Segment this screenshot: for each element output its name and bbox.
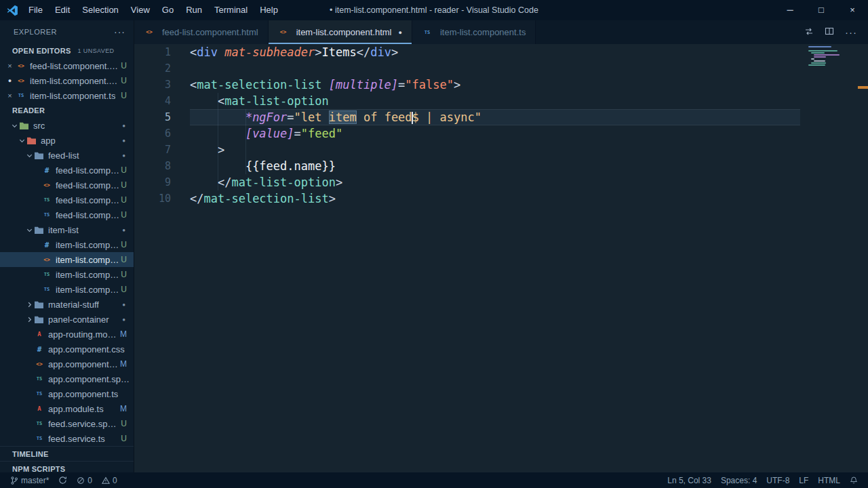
code-line-7[interactable]: 7 >: [134, 142, 868, 158]
code-token: >: [315, 45, 321, 59]
code-line-5[interactable]: 5 *ngFor="let item of feed$ | async": [134, 109, 868, 125]
encoding[interactable]: UTF-8: [762, 476, 794, 485]
git-status-badge: U: [121, 76, 134, 85]
git-status-badge: U: [121, 255, 134, 264]
code-token: </: [218, 176, 231, 189]
status-bar: master*00 Ln 5, Col 33Spaces: 4UTF-8LFHT…: [0, 472, 868, 488]
spec-file-icon: TS: [41, 195, 52, 205]
code-line-9[interactable]: 9 </mat-list-option>: [134, 174, 868, 190]
sync-button[interactable]: [54, 476, 72, 485]
explorer-more-actions-icon[interactable]: ···: [114, 26, 125, 37]
minimize-button[interactable]: ─: [774, 0, 806, 20]
indentation[interactable]: Spaces: 4: [716, 476, 762, 485]
dirty-indicator-icon[interactable]: ●: [0, 77, 16, 84]
code-token: </: [357, 45, 370, 59]
file-feed-list.component.html[interactable]: <>feed-list.component.htmlU: [0, 178, 134, 192]
tab-item-list.component.html[interactable]: <>item-list.component.html●: [269, 20, 412, 44]
maximize-button[interactable]: □: [806, 0, 837, 20]
npm-scripts-header[interactable]: NPM SCRIPTS: [0, 461, 134, 472]
git-status-badge: U: [121, 91, 134, 100]
file-app.module.ts[interactable]: Aapp.module.tsM: [0, 401, 134, 416]
git-branch[interactable]: master*: [5, 476, 54, 485]
folder-item-list[interactable]: item-list●: [0, 222, 134, 237]
file-feed.service.ts[interactable]: TSfeed.service.tsU: [0, 431, 134, 446]
menu-terminal[interactable]: Terminal: [208, 0, 254, 20]
code-line-6[interactable]: 6 [value]="feed": [134, 125, 868, 142]
code-token: >: [336, 176, 342, 189]
code-token: [218, 45, 224, 59]
folder-material-stuff[interactable]: material-stuff●: [0, 297, 134, 312]
file-feed-list.component.css[interactable]: #feed-list.component.cssU: [0, 163, 134, 178]
code-token: mat-list-option: [224, 94, 329, 108]
code-line-2[interactable]: 2: [134, 60, 868, 77]
language-mode[interactable]: HTML: [813, 476, 845, 485]
folder-panel-container[interactable]: panel-container●: [0, 312, 134, 327]
folder-feed-list[interactable]: feed-list●: [0, 148, 134, 163]
editor-more-actions-icon[interactable]: ···: [845, 26, 857, 38]
file-label: app-routing.module.ts: [48, 329, 120, 340]
close-button[interactable]: ×: [837, 0, 868, 20]
code-token: </: [190, 192, 203, 205]
tabs: <>feed-list.component.html<>item-list.co…: [134, 20, 536, 44]
code-line-4[interactable]: 4 <mat-list-option: [134, 93, 868, 109]
menu-file[interactable]: File: [22, 0, 49, 20]
code-line-10[interactable]: 10</mat-selection-list>: [134, 190, 868, 207]
file-item-list.component.html[interactable]: <>item-list.component.htmlU: [0, 252, 134, 267]
dirty-indicator-icon[interactable]: ●: [399, 29, 402, 36]
error-count-label: 0: [87, 476, 92, 485]
file-app.component.css[interactable]: #app.component.css: [0, 342, 134, 357]
file-feed-list.component.spec.ts[interactable]: TSfeed-list.component.spec.tsU: [0, 192, 134, 207]
notifications-bell[interactable]: [845, 476, 863, 485]
code-line-1[interactable]: 1<div mat-subheader>Items</div>: [134, 44, 868, 60]
menu-run[interactable]: Run: [180, 0, 208, 20]
split-editor-icon[interactable]: [825, 26, 834, 39]
warning-count[interactable]: 0: [97, 476, 122, 485]
menu-edit[interactable]: Edit: [49, 0, 76, 20]
open-editor-item[interactable]: ●<>item-list.component.htmlU: [0, 73, 134, 88]
open-editors-header[interactable]: OPEN EDITORS 1 UNSAVED: [0, 43, 134, 58]
code-token: <: [218, 94, 224, 108]
close-icon[interactable]: ×: [0, 92, 16, 100]
close-icon[interactable]: ×: [0, 62, 16, 70]
file-app.component.spec.ts[interactable]: TSapp.component.spec.ts: [0, 371, 134, 386]
code-line-3[interactable]: 3<mat-selection-list [multiple]="false">: [134, 77, 868, 93]
timeline-header[interactable]: TIMELINE: [0, 446, 134, 461]
ts-file-icon: TS: [422, 27, 433, 38]
npm-scripts-title: NPM SCRIPTS: [12, 465, 65, 473]
tab-item-list.component.ts[interactable]: TSitem-list.component.ts: [412, 20, 536, 44]
file-app-routing.module.ts[interactable]: Aapp-routing.module.tsM: [0, 327, 134, 342]
folder-src[interactable]: src●: [0, 118, 134, 133]
tab-feed-list.component.html[interactable]: <>feed-list.component.html: [134, 20, 269, 44]
file-item-list.component.css[interactable]: #item-list.component.cssU: [0, 237, 134, 252]
file-label: item-list.component.html: [56, 255, 121, 265]
workspace-header[interactable]: READER: [0, 103, 134, 118]
menu-selection[interactable]: Selection: [76, 0, 124, 20]
folder-app[interactable]: app●: [0, 133, 134, 148]
menu-view[interactable]: View: [125, 0, 156, 20]
open-editor-item[interactable]: ×TSitem-list.component.tsU: [0, 88, 134, 103]
code-token: =: [294, 127, 301, 140]
git-status-badge: U: [121, 285, 134, 294]
git-status-badge: U: [121, 210, 134, 220]
file-item-list.component.spec.ts[interactable]: TSitem-list.component.spec.tsU: [0, 267, 134, 282]
cursor-position[interactable]: Ln 5, Col 33: [663, 476, 716, 485]
open-editor-item[interactable]: ×<>feed-list.component.htmlU: [0, 58, 134, 73]
overview-ruler-marker: [858, 86, 868, 89]
eol-sequence[interactable]: LF: [794, 476, 813, 485]
error-count[interactable]: 0: [72, 476, 97, 485]
file-app.component.ts[interactable]: TSapp.component.ts: [0, 386, 134, 401]
code-line-8[interactable]: 8 {{feed.name}}: [134, 158, 868, 174]
line-number: 5: [134, 109, 190, 125]
file-feed.service.spec.ts[interactable]: TSfeed.service.spec.tsU: [0, 416, 134, 431]
menu-go[interactable]: Go: [156, 0, 180, 20]
line-content: [value]="feed": [190, 125, 800, 142]
file-feed-list.component.ts[interactable]: TSfeed-list.component.tsU: [0, 207, 134, 222]
minimap[interactable]: [808, 46, 857, 66]
code-token: =: [398, 78, 405, 92]
code-editor[interactable]: 1<div mat-subheader>Items</div>23<mat-se…: [134, 44, 868, 472]
file-item-list.component.ts[interactable]: TSitem-list.component.tsU: [0, 282, 134, 297]
menu-help[interactable]: Help: [254, 0, 284, 20]
file-app.component.html[interactable]: <>app.component.htmlM: [0, 357, 134, 371]
line-content: </mat-selection-list>: [190, 190, 800, 207]
open-changes-icon[interactable]: [804, 26, 814, 39]
